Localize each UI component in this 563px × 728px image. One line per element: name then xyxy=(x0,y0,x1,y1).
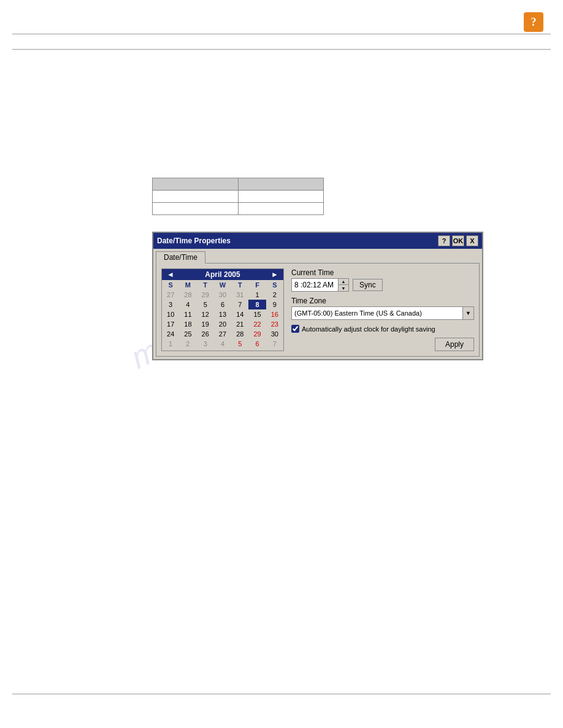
calendar-day-header: M xyxy=(179,280,196,290)
calendar-day[interactable]: 2 xyxy=(266,290,283,300)
calendar-next-button[interactable]: ► xyxy=(269,270,281,279)
table-cell-r0c0 xyxy=(153,178,239,191)
table-cell-r0c1 xyxy=(238,178,324,191)
calendar-day[interactable]: 7 xyxy=(266,339,283,349)
sync-button[interactable]: Sync xyxy=(353,279,383,291)
table-cell-r2c0 xyxy=(153,203,239,215)
calendar-prev-button[interactable]: ◄ xyxy=(164,270,177,279)
time-input[interactable] xyxy=(292,279,338,290)
dialog-close-button[interactable]: X xyxy=(466,235,478,246)
calendar-day[interactable]: 29 xyxy=(248,329,266,339)
calendar-grid: SMTWTFS 27282930311234567891011121314151… xyxy=(162,280,283,349)
calendar-day[interactable]: 17 xyxy=(162,319,179,329)
calendar-day[interactable]: 28 xyxy=(231,329,248,339)
right-section: Current Time ▲ ▼ Sync Time Zone xyxy=(291,268,474,351)
calendar-week-row: 3456789 xyxy=(162,300,283,309)
tab-datetime[interactable]: Date/Time xyxy=(156,251,205,264)
help-icon[interactable]: ? xyxy=(524,12,546,34)
calendar-day[interactable]: 5 xyxy=(231,339,248,349)
daylight-label: Automatically adjust clock for daylight … xyxy=(302,325,435,333)
calendar-day[interactable]: 10 xyxy=(162,309,179,319)
calendar-body: 2728293031123456789101112131415161718192… xyxy=(162,290,283,349)
time-input-group: ▲ ▼ xyxy=(291,278,349,292)
dialog-help-button[interactable]: ? xyxy=(438,235,450,246)
calendar-day[interactable]: 6 xyxy=(214,300,231,309)
daylight-row: Automatically adjust clock for daylight … xyxy=(291,325,474,333)
time-row: ▲ ▼ Sync xyxy=(291,278,474,292)
calendar-day[interactable]: 24 xyxy=(162,329,179,339)
calendar-day[interactable]: 28 xyxy=(179,290,196,300)
datetime-dialog: Date/Time Properties ? OK X Date/Time ◄ … xyxy=(152,232,483,360)
calendar-week-row: 17181920212223 xyxy=(162,319,283,329)
calendar-day[interactable]: 4 xyxy=(179,300,196,309)
top-divider-2 xyxy=(12,49,551,50)
calendar-day[interactable]: 7 xyxy=(231,300,248,309)
calendar-day[interactable]: 30 xyxy=(214,290,231,300)
calendar-day[interactable]: 27 xyxy=(162,290,179,300)
calendar-month-label: April 2005 xyxy=(205,270,240,279)
calendar-header: ◄ April 2005 ► xyxy=(162,269,283,280)
dialog-title: Date/Time Properties xyxy=(157,237,231,245)
calendar-day[interactable]: 13 xyxy=(214,309,231,319)
calendar-day[interactable]: 21 xyxy=(231,319,248,329)
calendar-day-header: W xyxy=(214,280,231,290)
calendar-day[interactable]: 9 xyxy=(266,300,283,309)
dialog-ok-button[interactable]: OK xyxy=(452,235,464,246)
calendar-day[interactable]: 14 xyxy=(231,309,248,319)
calendar-day[interactable]: 27 xyxy=(214,329,231,339)
calendar-day[interactable]: 16 xyxy=(266,309,283,319)
calendar-day[interactable]: 22 xyxy=(248,319,266,329)
calendar-day[interactable]: 31 xyxy=(231,290,248,300)
current-time-section: Current Time ▲ ▼ Sync xyxy=(291,268,474,292)
calendar-day[interactable]: 2 xyxy=(179,339,196,349)
calendar-day[interactable]: 29 xyxy=(197,290,214,300)
timezone-label: Time Zone xyxy=(291,297,474,305)
calendar-day[interactable]: 8 xyxy=(248,300,266,309)
help-icon-inner: ? xyxy=(524,12,543,32)
calendar-day[interactable]: 26 xyxy=(197,329,214,339)
calendar-day[interactable]: 18 xyxy=(179,319,196,329)
calendar-section: ◄ April 2005 ► SMTWTFS 27282930311234567… xyxy=(161,268,284,351)
table-cell-r1c0 xyxy=(153,191,239,203)
calendar-header-row: SMTWTFS xyxy=(162,280,283,290)
calendar-day[interactable]: 3 xyxy=(197,339,214,349)
calendar-day[interactable]: 20 xyxy=(214,319,231,329)
timezone-dropdown-button[interactable]: ▼ xyxy=(462,307,473,319)
table-cell-r2c1 xyxy=(238,203,324,215)
table-cell-r1c1 xyxy=(238,191,324,203)
timezone-section: Time Zone ▼ xyxy=(291,297,474,320)
calendar-day[interactable]: 5 xyxy=(197,300,214,309)
calendar-day[interactable]: 23 xyxy=(266,319,283,329)
calendar-day[interactable]: 30 xyxy=(266,329,283,339)
calendar-day[interactable]: 1 xyxy=(248,290,266,300)
info-table xyxy=(152,178,324,215)
dialog-tabs: Date/Time xyxy=(153,249,482,263)
calendar-week-row: 272829303112 xyxy=(162,290,283,300)
calendar-day-header: F xyxy=(248,280,266,290)
calendar-week-row: 10111213141516 xyxy=(162,309,283,319)
calendar-week-row: 24252627282930 xyxy=(162,329,283,339)
apply-button[interactable]: Apply xyxy=(435,338,474,351)
calendar-day-header: S xyxy=(266,280,283,290)
calendar-day[interactable]: 1 xyxy=(162,339,179,349)
dialog-body: ◄ April 2005 ► SMTWTFS 27282930311234567… xyxy=(156,263,480,357)
calendar-day-header: T xyxy=(197,280,214,290)
timezone-input[interactable] xyxy=(292,308,462,318)
calendar-day-header: S xyxy=(162,280,179,290)
calendar-day[interactable]: 15 xyxy=(248,309,266,319)
time-spin-up[interactable]: ▲ xyxy=(339,279,348,285)
calendar-day-header: T xyxy=(231,280,248,290)
calendar-day[interactable]: 11 xyxy=(179,309,196,319)
timezone-combo: ▼ xyxy=(291,306,474,320)
calendar-day[interactable]: 12 xyxy=(197,309,214,319)
dialog-title-buttons: ? OK X xyxy=(438,235,478,246)
calendar-day[interactable]: 25 xyxy=(179,329,196,339)
calendar-day[interactable]: 6 xyxy=(248,339,266,349)
calendar-day[interactable]: 19 xyxy=(197,319,214,329)
calendar-day[interactable]: 3 xyxy=(162,300,179,309)
info-table-container xyxy=(152,178,324,215)
time-spin-down[interactable]: ▼ xyxy=(339,285,348,291)
calendar-day[interactable]: 4 xyxy=(214,339,231,349)
daylight-checkbox[interactable] xyxy=(291,325,299,333)
time-spinner: ▲ ▼ xyxy=(338,279,348,291)
